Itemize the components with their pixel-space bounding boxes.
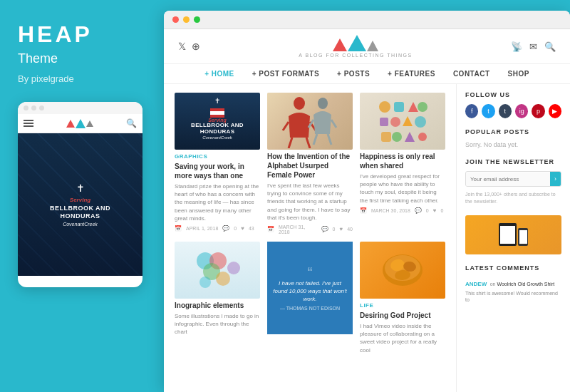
post4-title[interactable]: Inographic elements	[175, 301, 260, 310]
post-image-6[interactable]	[360, 242, 445, 299]
post6-category: LIFE	[360, 302, 445, 309]
hamburger-icon[interactable]	[24, 120, 33, 127]
browser-chrome	[164, 11, 570, 29]
blog-social-left: 𝕏 ⊕	[178, 41, 200, 52]
post-image-3[interactable]	[360, 93, 445, 150]
newsletter-title: JOIN THE NEWSLETTER	[465, 158, 561, 165]
post1-category: GRAPHICS	[175, 153, 260, 160]
mobile-dot-3	[39, 105, 44, 110]
nav-features[interactable]: + FEATURES	[388, 70, 435, 78]
post-image-5[interactable]: “ I have not failed. I've just found 10,…	[267, 242, 353, 334]
mobile-logo	[66, 119, 93, 128]
post-card-4: Inographic elements Some illustrations I…	[175, 242, 260, 354]
facebook-follow-icon[interactable]: f	[465, 104, 478, 118]
hero-cross-icon: ✝	[76, 182, 85, 194]
brand-title: HEAP	[18, 21, 146, 48]
svg-line-1	[283, 122, 289, 130]
blog-posts: ✝ Serving BELLBROOK ANDHONDURAS Covenant…	[164, 84, 456, 392]
post2-date: MARCH 31, 2018	[279, 225, 317, 234]
blog-main: ✝ Serving BELLBROOK ANDHONDURAS Covenant…	[164, 84, 570, 392]
logo-triangle-gray	[367, 41, 378, 51]
twitter-icon[interactable]: 𝕏	[178, 41, 186, 52]
post-card-3: Happiness is only real when shared I've …	[360, 93, 445, 234]
sidebar-product	[465, 215, 561, 254]
post1-excerpt: Standard prize the opening at the heart …	[175, 182, 260, 222]
nav-posts[interactable]: + POSTS	[337, 70, 370, 78]
post2-comments: 0	[333, 227, 336, 232]
post-image-1[interactable]: ✝ Serving BELLBROOK ANDHONDURAS Covenant…	[175, 93, 260, 150]
post6-inner	[360, 242, 445, 299]
svg-point-21	[418, 133, 427, 141]
comment-on-post-1[interactable]: Woolrich Old Growth Shirt	[497, 282, 554, 287]
svg-point-13	[418, 102, 428, 112]
browser-minimize-dot[interactable]	[183, 16, 190, 23]
post3-comment-icon: 💬	[415, 207, 422, 214]
post1-date: APRIL 1, 2018	[186, 226, 218, 231]
mobile-dot-2	[31, 105, 36, 110]
pinterest-icon[interactable]: ⊕	[192, 41, 200, 52]
nav-shop[interactable]: SHOP	[508, 70, 529, 78]
post6-chips	[378, 245, 428, 295]
post3-calendar-icon: 📅	[360, 207, 367, 214]
post1-meta: 📅 APRIL 1, 2018 💬 0 ♥ 43	[175, 225, 260, 232]
email-icon[interactable]: ✉	[529, 41, 537, 52]
post1-comment-icon: 💬	[222, 225, 229, 232]
left-panel: HEAP Theme By pixelgrade 🔍 ✝ Serving BEL…	[0, 0, 164, 392]
svg-line-3	[289, 138, 292, 148]
nav-home[interactable]: + HOME	[204, 70, 234, 78]
post3-title[interactable]: Happiness is only real when shared	[360, 152, 445, 170]
post2-heart-icon: ♥	[339, 226, 343, 232]
pinterest-follow-icon[interactable]: p	[532, 104, 544, 118]
svg-line-4	[306, 138, 310, 148]
post6-title[interactable]: Desiring God Project	[360, 311, 445, 320]
comment-author-1[interactable]: ANDEW	[465, 281, 487, 287]
logo-triangle-blue	[348, 35, 366, 51]
post-image-4[interactable]	[175, 242, 260, 299]
posts-grid-row2: Inographic elements Some illustrations I…	[175, 242, 445, 354]
blog-nav: + HOME + POST FORMATS + POSTS + FEATURES…	[164, 64, 570, 84]
svg-rect-14	[380, 118, 388, 126]
browser-close-dot[interactable]	[172, 16, 179, 23]
instagram-follow-icon[interactable]: ig	[515, 104, 528, 118]
post3-comments: 0	[426, 208, 429, 213]
twitter-follow-icon[interactable]: t	[482, 104, 494, 118]
mobile-search-icon[interactable]: 🔍	[126, 118, 137, 128]
rss-icon[interactable]: 📡	[511, 41, 522, 52]
post6-excerpt: I had Vimeo video inside the pleasure of…	[360, 322, 445, 354]
blog-header-right: 📡 ✉ 🔍	[511, 41, 556, 52]
tablet-screen	[500, 226, 515, 244]
post-card-2: How the Invention of the Alphabet Usurpe…	[267, 93, 353, 234]
post4-excerpt: Some illustrations I made to go in infog…	[175, 312, 260, 336]
sidebar-latest-comments: LATEST COMMENTS ANDEW on Woolrich Old Gr…	[465, 264, 561, 303]
svg-marker-12	[408, 102, 418, 112]
product-image[interactable]	[465, 215, 561, 254]
post1-comments: 0	[234, 226, 237, 231]
phone-device	[518, 228, 528, 246]
newsletter-description: Join the 13,000+ others and subscribe to…	[465, 191, 561, 205]
newsletter-input[interactable]	[466, 172, 550, 186]
svg-point-26	[216, 272, 230, 286]
nav-contact[interactable]: CONTACT	[453, 70, 490, 78]
quote-mark: “	[273, 265, 347, 279]
brand-author: By pixelgrade	[18, 73, 146, 84]
comment-item-1: ANDEW on Woolrich Old Growth Shirt This …	[465, 276, 561, 303]
nav-post-formats[interactable]: + POST FORMATS	[252, 70, 319, 78]
post3-meta: 📅 MARCH 30, 2018 💬 0 ♥ 0	[360, 207, 445, 214]
hero-serving-text: Serving	[70, 197, 90, 203]
post-image-2[interactable]	[267, 93, 353, 150]
logo-triangle-red	[333, 38, 347, 51]
post1-title[interactable]: Saving your work, in more ways than one	[175, 162, 260, 180]
mobile-top-bar	[18, 102, 142, 114]
post3-likes: 0	[441, 208, 444, 213]
mobile-nav: 🔍	[18, 114, 142, 133]
youtube-follow-icon[interactable]: ▶	[549, 104, 561, 118]
post2-meta: 📅 MARCH 31, 2018 💬 0 ♥ 40	[267, 225, 353, 234]
post2-title[interactable]: How the Invention of the Alphabet Usurpe…	[267, 152, 353, 180]
tumblr-follow-icon[interactable]: t	[499, 104, 512, 118]
post3-inner	[360, 93, 445, 150]
newsletter-submit-button[interactable]: ›	[550, 172, 561, 186]
svg-point-10	[379, 101, 390, 113]
svg-line-9	[328, 134, 331, 145]
search-icon[interactable]: 🔍	[544, 41, 556, 52]
browser-maximize-dot[interactable]	[194, 16, 200, 23]
